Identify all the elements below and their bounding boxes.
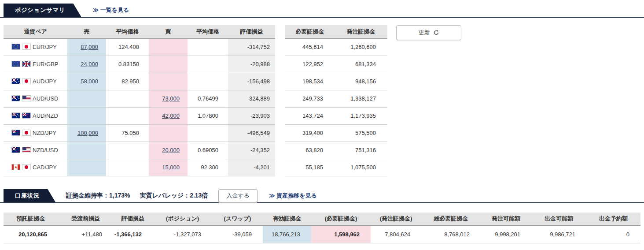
col-order-margin: 発注証拠金 (335, 25, 387, 38)
col-deposited-margin: 預託証拠金 (4, 213, 58, 226)
view-list-link[interactable]: ≫ 一覧を見る (92, 6, 129, 14)
col-pre-delivery-pl: 受渡前損益 (58, 213, 113, 226)
orderable-amount-value: 9,998,201 (481, 226, 531, 243)
jp-flag-icon (22, 78, 31, 84)
valuation-pl: -23,903 (228, 107, 275, 124)
col-valuation-pl: 評価損益 (113, 213, 153, 226)
buy-avg-price (188, 56, 228, 73)
col-order-margin: (発注証拠金) (371, 213, 421, 226)
valuation-pl-value: -1,366,132 (113, 226, 153, 243)
sell-volume-cell (67, 159, 106, 176)
position-row: AUD/JPY 58,000 82.950 -156,498 (4, 73, 275, 90)
au-flag-icon (11, 78, 20, 84)
col-position-pl: (ポジション) (153, 213, 212, 226)
sell-volume-cell: 100,000 (67, 124, 106, 142)
sell-volume-cell (67, 90, 106, 107)
order-margin: 1,338,127 (335, 90, 387, 107)
required-margin: 122,952 (285, 56, 335, 73)
au-flag-icon (11, 95, 20, 101)
sell-volume-cell: 87,000 (67, 38, 106, 56)
buy-avg-price: 0.76499 (188, 90, 228, 107)
swap-pl-value: -39,059 (212, 226, 263, 243)
currency-pair-cell: AUD/USD (4, 90, 67, 107)
sell-volume-link[interactable]: 100,000 (77, 130, 98, 136)
refresh-button[interactable]: 更新 (396, 25, 461, 40)
sell-avg-price (106, 159, 149, 176)
us-flag-icon (22, 95, 31, 101)
deposit-button[interactable]: 入金する (218, 189, 258, 202)
valuation-pl: -4,201 (228, 159, 275, 176)
position-table: 通貨ペア 売 平均価格 買 平均価格 評価損益 EUR/JPY 87,000 1… (4, 25, 275, 176)
currency-pair-label: EUR/GBP (33, 61, 59, 67)
order-margin: 1,173,935 (335, 107, 387, 124)
sell-volume-cell (67, 107, 106, 124)
col-required-margin: (必要証拠金) (311, 213, 371, 226)
buy-volume-cell: 73,000 (149, 90, 188, 107)
sell-avg-price: 0.83150 (106, 56, 149, 73)
margin-table-header-row: 必要証拠金 発注証拠金 (285, 25, 387, 38)
required-margin: 445,614 (285, 38, 335, 56)
sell-avg-price: 75.050 (106, 124, 149, 142)
sell-volume-link[interactable]: 24,000 (81, 61, 98, 67)
jp-flag-icon (22, 130, 31, 136)
position-summary-tab: ポジションサマリ (4, 4, 81, 17)
refresh-icon (433, 30, 439, 36)
buy-avg-price (188, 38, 228, 56)
deposited-margin-value: 20,120,865 (4, 226, 58, 243)
sell-avg-price (106, 90, 149, 107)
currency-pair-cell: NZD/USD (4, 142, 67, 159)
buy-avg-price: 92.300 (188, 159, 228, 176)
position-summary-header: ポジションサマリ ≫ 一覧を見る (0, 4, 644, 18)
required-margin: 63,820 (285, 142, 335, 159)
col-orderable-amount: 発注可能額 (481, 213, 531, 226)
currency-pair-label: NZD/JPY (33, 130, 56, 136)
sell-avg-price (106, 142, 149, 159)
order-margin: 1,075,500 (335, 159, 387, 176)
asset-history-link[interactable]: ≫ 資産推移を見る (269, 192, 317, 200)
margin-row: 63,820751,316 (285, 142, 387, 159)
account-table-header-row: 預託証拠金 受渡前損益 評価損益 (ポジション) (スワップ) 有効証拠金 (必… (4, 213, 640, 226)
col-currency-pair: 通貨ペア (4, 25, 67, 38)
order-margin: 681,334 (335, 56, 387, 73)
jp-flag-icon (22, 164, 31, 170)
sell-volume-cell (67, 142, 106, 159)
position-row: EUR/GBP 24,000 0.83150 -20,988 (4, 56, 275, 73)
eu-flag-icon (11, 61, 20, 67)
sell-volume-link[interactable]: 87,000 (81, 44, 98, 50)
buy-volume-link[interactable]: 73,000 (162, 95, 180, 102)
position-table-header-row: 通貨ペア 売 平均価格 買 平均価格 評価損益 (4, 25, 275, 38)
buy-volume-cell (149, 56, 188, 73)
buy-volume-link[interactable]: 42,000 (162, 112, 180, 119)
order-margin-value: 7,804,624 (371, 226, 421, 243)
buy-volume-link[interactable]: 20,000 (162, 147, 180, 153)
refresh-button-label: 更新 (419, 29, 430, 37)
valuation-pl: -496,549 (228, 124, 275, 142)
col-effective-margin: 有効証拠金 (263, 213, 311, 226)
valuation-pl: -314,752 (228, 38, 275, 56)
buy-avg-price (188, 124, 228, 142)
sell-avg-price (106, 107, 149, 124)
order-margin: 948,156 (335, 73, 387, 90)
currency-pair-label: EUR/JPY (33, 44, 57, 50)
gb-flag-icon (22, 61, 31, 67)
col-sell-avg-price: 平均価格 (106, 25, 149, 38)
currency-pair-cell: CAD/JPY (4, 159, 67, 176)
margin-row: 445,6141,260,600 (285, 38, 387, 56)
sell-volume-link[interactable]: 58,000 (81, 78, 98, 85)
buy-volume-cell (149, 73, 188, 90)
valuation-pl: -156,498 (228, 73, 275, 90)
nz-flag-icon (22, 112, 31, 119)
us-flag-icon (22, 147, 31, 153)
currency-pair-cell: EUR/JPY (4, 38, 67, 56)
required-margin: 55,185 (285, 159, 335, 176)
col-sell: 売 (67, 25, 106, 38)
buy-volume-cell: 42,000 (149, 107, 188, 124)
account-status-tab: 口座状況 (4, 189, 55, 202)
buy-volume-link[interactable]: 15,000 (162, 164, 180, 171)
order-margin: 1,260,600 (335, 38, 387, 56)
total-required-margin-value: 8,768,012 (421, 226, 481, 243)
valuation-pl: -24,352 (228, 142, 275, 159)
buy-volume-cell (149, 38, 188, 56)
withdrawable-amount-value: 9,986,721 (531, 226, 586, 243)
margin-row: 319,400575,500 (285, 124, 387, 142)
